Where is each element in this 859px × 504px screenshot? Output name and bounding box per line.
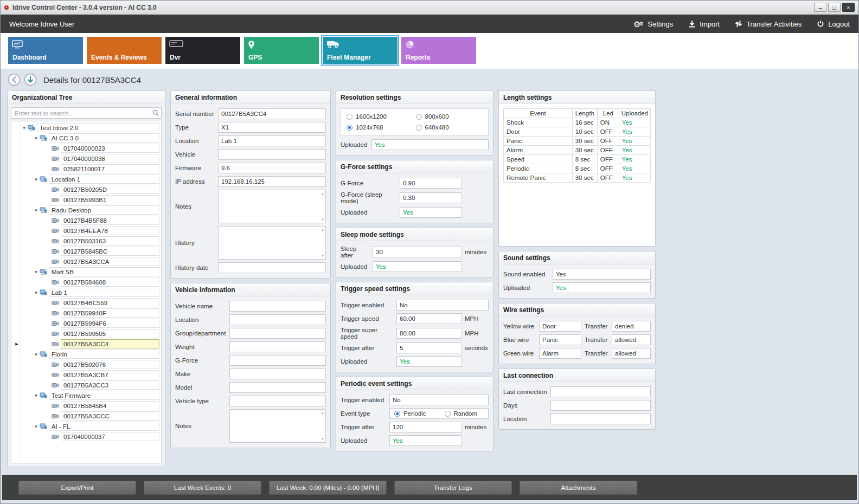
input-green-wire-transfer[interactable] [612, 348, 651, 359]
input-g-force[interactable] [229, 355, 326, 366]
input-make[interactable] [229, 369, 326, 379]
transfer-logs-button[interactable]: Transfer Logs [394, 481, 512, 495]
input-sleep-after[interactable] [373, 247, 462, 257]
input-blue-wire[interactable] [539, 334, 581, 345]
radio-random[interactable]: Random [445, 410, 477, 417]
attachments-button[interactable]: Attachments [520, 481, 637, 495]
input-location[interactable] [229, 314, 326, 325]
tree-node-00127b5845b4[interactable]: 00127B5845B4 [13, 400, 161, 411]
input-uploaded[interactable] [553, 282, 651, 293]
input-uploaded[interactable] [371, 139, 489, 150]
input-serial-number[interactable] [218, 108, 326, 119]
table-row[interactable]: Panic30 secOFFYes [504, 137, 651, 146]
input-uploaded[interactable] [389, 435, 462, 446]
last-week-events-0-button[interactable]: Last Week Events: 0 [144, 481, 261, 495]
input-notes[interactable] [229, 409, 326, 443]
tree-node-00127b50205d[interactable]: 00127B50205D [13, 184, 161, 195]
tab-dvr[interactable]: Dvr [165, 37, 240, 64]
input-g-force[interactable] [400, 178, 462, 189]
action-logout[interactable]: Logout [817, 20, 850, 28]
radio-periodic[interactable]: Periodic [394, 410, 426, 417]
input-location[interactable] [550, 413, 651, 424]
tree-node-location-1[interactable]: Location 1 [13, 174, 161, 184]
input-type[interactable] [218, 122, 326, 133]
tree-node-00127b503163[interactable]: 00127B503163 [13, 236, 161, 246]
minimize-button[interactable] [814, 3, 826, 12]
input-trigger-speed[interactable] [396, 313, 462, 324]
input-yellow-wire[interactable] [539, 321, 581, 332]
collapse-arrow-icon[interactable] [33, 269, 40, 275]
tree-node-00127b5994f6[interactable]: 00127B5994F6 [13, 318, 161, 328]
table-row[interactable]: Speed8 secOFFYes [504, 155, 651, 164]
tree-node-00127b584608[interactable]: 00127B584608 [13, 277, 161, 287]
radio-1024x768[interactable]: 1024x768 [347, 124, 414, 131]
radio-1600x1200[interactable]: 1600x1200 [347, 113, 414, 120]
scroll-up-icon[interactable] [321, 228, 324, 231]
input-trigger-enabled[interactable] [389, 395, 489, 405]
input-vehicle[interactable] [218, 149, 326, 160]
collapse-arrow-icon[interactable] [33, 290, 40, 295]
collapse-arrow-icon[interactable] [33, 208, 40, 213]
tree-node-00127b5845bc[interactable]: 00127B5845BC [13, 246, 161, 256]
tree-node-ai-fl[interactable]: AI - FL [13, 421, 161, 431]
table-row[interactable]: Periodic8 secOFFYes [504, 164, 651, 173]
action-transfer-activities[interactable]: Transfer Activities [735, 20, 802, 28]
collapse-arrow-icon[interactable] [21, 125, 28, 131]
tree-node-test-firmware[interactable]: Test Firmware [13, 390, 161, 400]
export-print-button[interactable]: Export/Print [18, 481, 136, 495]
table-row[interactable]: Remote Panic30 secOFFYes [504, 173, 651, 183]
input-model[interactable] [229, 382, 326, 393]
input-blue-wire-transfer[interactable] [612, 334, 651, 345]
close-button[interactable] [842, 3, 855, 12]
input-notes[interactable] [218, 190, 326, 223]
tab-reports[interactable]: Reports [401, 37, 476, 64]
tree-node-radu-desktop[interactable]: Radu Desktop [13, 205, 161, 215]
scroll-up-icon[interactable] [321, 192, 324, 195]
tree-node-00127b5a3cb7[interactable]: 00127B5A3CB7 [13, 370, 161, 380]
table-row[interactable]: Shock16 secONYes [504, 118, 651, 127]
input-green-wire[interactable] [539, 348, 581, 359]
input-yellow-wire-transfer[interactable] [612, 321, 651, 332]
scroll-down-icon[interactable] [321, 437, 324, 441]
input-vehicle-name[interactable] [229, 301, 326, 312]
input-weight[interactable] [229, 341, 326, 352]
scroll-down-icon[interactable] [321, 254, 324, 257]
input-trigger-enabled[interactable] [396, 300, 489, 311]
tab-dashboard[interactable]: Dashboard [8, 37, 83, 64]
input-uploaded[interactable] [373, 261, 462, 272]
input-uploaded[interactable] [400, 207, 462, 218]
last-week-0-00-miles-0-00-mph-button[interactable]: Last Week: 0.00 (Miles) - 0.00 (MPH) [269, 481, 387, 495]
scroll-up-icon[interactable] [321, 411, 324, 415]
tree-node-00127b5a3cc4[interactable]: 00127B5A3CC4 [13, 339, 161, 349]
input-history[interactable] [218, 226, 326, 260]
tree-node-00127b4bc559[interactable]: 00127B4BC559 [13, 298, 161, 308]
input-trigger-super-speed[interactable] [396, 328, 462, 339]
input-uploaded[interactable] [396, 356, 462, 367]
tree-node-00127b4eea78[interactable]: 00127B4EEA78 [13, 225, 161, 236]
radio-800x600[interactable]: 800x600 [416, 113, 483, 120]
input-g-force-sleep-mode[interactable] [400, 192, 462, 203]
tab-events-reviews[interactable]: Events & Reviews [87, 37, 162, 64]
down-button[interactable] [24, 73, 37, 86]
collapse-arrow-icon[interactable] [33, 135, 40, 141]
table-row[interactable]: Alarm30 secOFFYes [504, 146, 651, 155]
scroll-down-icon[interactable] [321, 218, 324, 221]
collapse-arrow-icon[interactable] [33, 393, 40, 398]
tree-node-00127b5a3cca[interactable]: 00127B5A3CCA [13, 256, 161, 267]
table-row[interactable]: Door10 secOFFYes [504, 127, 651, 137]
tree-node-017040000023[interactable]: 017040000023 [13, 143, 161, 153]
input-history-date[interactable] [218, 262, 326, 273]
radio-640x480[interactable]: 640x480 [416, 124, 483, 131]
collapse-arrow-icon[interactable] [33, 424, 40, 429]
tree-node-00127b5a3ccc[interactable]: 00127B5A3CCC [13, 411, 161, 421]
tree-node-florin[interactable]: Florin [13, 349, 161, 359]
tree-node-025821100017[interactable]: 025821100017 [13, 164, 161, 174]
input-ip-address[interactable] [218, 176, 326, 187]
tree-node-00127b4b5f88[interactable]: 00127B4B5F88 [13, 215, 161, 225]
tab-gps[interactable]: GPS [244, 37, 319, 64]
tree-node-lab-1[interactable]: Lab 1 [13, 287, 161, 298]
tree-node-ai-cc-3-0[interactable]: AI CC 3.0 [13, 133, 161, 143]
tree-node-00127b502076[interactable]: 00127B502076 [13, 359, 161, 370]
input-last-connection[interactable] [550, 386, 651, 397]
maximize-button[interactable] [828, 3, 841, 12]
